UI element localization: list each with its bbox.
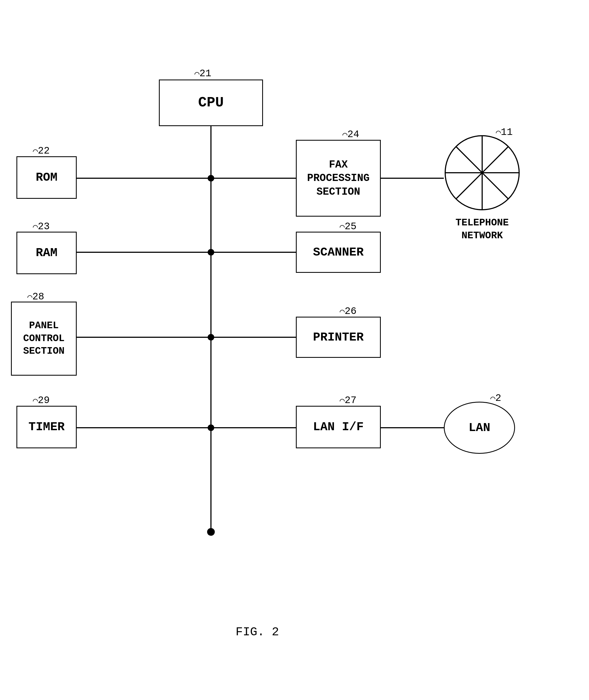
- fax-ref: ⌒24: [343, 129, 359, 140]
- diagram-container: CPU ⌒21 ROM ⌒22 RAM ⌒23 PANELCONTROLSECT…: [0, 0, 589, 700]
- scanner-box: SCANNER: [296, 232, 381, 273]
- lan-ref: ⌒2: [490, 393, 501, 404]
- printer-box: PRINTER: [296, 317, 381, 358]
- lanif-ref: ⌒27: [340, 395, 356, 406]
- scanner-ref: ⌒25: [340, 221, 356, 232]
- telephone-label: TELEPHONENETWORK: [441, 217, 523, 242]
- timer-ref: ⌒29: [33, 395, 50, 406]
- printer-ref: ⌒26: [340, 306, 356, 317]
- figure-caption: FIG. 2: [236, 625, 279, 639]
- fax-box: FAXPROCESSINGSECTION: [296, 140, 381, 217]
- telephone-ref: ⌒11: [496, 127, 513, 138]
- cpu-box: CPU: [159, 80, 263, 126]
- ram-ref: ⌒23: [33, 221, 50, 232]
- rom-ref: ⌒22: [33, 145, 50, 157]
- lan-ellipse: LAN: [444, 402, 515, 454]
- ram-box: RAM: [16, 232, 77, 274]
- cpu-ref: ⌒21: [195, 68, 211, 79]
- svg-point-13: [208, 334, 214, 340]
- panel-box: PANELCONTROLSECTION: [11, 302, 77, 376]
- svg-point-12: [208, 249, 214, 256]
- svg-point-14: [208, 424, 214, 431]
- connection-lines: [0, 0, 589, 700]
- rom-box: ROM: [16, 156, 77, 199]
- panel-ref: ⌒28: [27, 291, 44, 302]
- svg-point-15: [207, 528, 215, 536]
- lanif-box: LAN I/F: [296, 406, 381, 448]
- telephone-network-symbol: [444, 134, 521, 211]
- svg-point-11: [208, 175, 214, 181]
- timer-box: TIMER: [16, 406, 77, 448]
